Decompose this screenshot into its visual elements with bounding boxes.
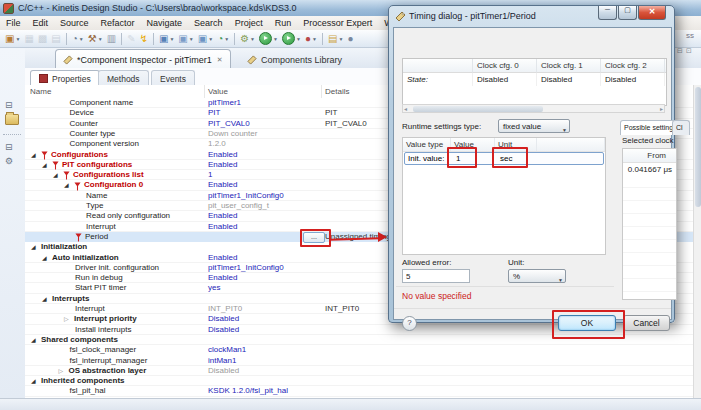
- print-icon[interactable]: ▤: [50, 32, 61, 46]
- property-value[interactable]: INT_PIT0: [208, 304, 242, 314]
- property-value[interactable]: PIT: [208, 108, 220, 118]
- collapse-arrow-icon[interactable]: ◢: [64, 180, 69, 190]
- debug-config-icon[interactable]: ⚙▼: [239, 32, 256, 46]
- new-class-icon[interactable]: ▣▼: [197, 32, 214, 46]
- dropdown-caret-icon[interactable]: ▼: [189, 36, 194, 42]
- help-button[interactable]: ?: [402, 316, 417, 331]
- property-value[interactable]: Enabled: [208, 180, 237, 190]
- subtab-methods[interactable]: Methods: [98, 70, 149, 86]
- close-icon[interactable]: ✕: [217, 56, 223, 64]
- property-value[interactable]: intMan1: [208, 356, 236, 366]
- column-header-value[interactable]: Value: [208, 87, 228, 96]
- skip-breakpoints-icon[interactable]: ◔▼: [71, 32, 85, 46]
- profile-icon[interactable]: ▼: [281, 32, 302, 46]
- minimize-view-icon[interactable]: ⊟: [5, 142, 13, 152]
- collapse-arrow-icon[interactable]: ◢: [42, 160, 47, 170]
- cancel-button[interactable]: Cancel: [623, 315, 670, 331]
- tab-clock-clipped[interactable]: Cl: [672, 120, 690, 135]
- dropdown-caret-icon[interactable]: ▼: [312, 36, 317, 42]
- menu-processor-expert[interactable]: Processor Expert: [297, 16, 378, 30]
- pencil-icon[interactable]: ✎: [126, 32, 136, 46]
- property-value[interactable]: KSDK 1.2.0/fsl_pit_hal: [208, 386, 288, 396]
- collapse-arrow-icon[interactable]: ◢: [42, 294, 47, 304]
- property-value[interactable]: pitTimer1_InitConfig0: [208, 191, 284, 201]
- menu-source[interactable]: Source: [54, 16, 95, 30]
- property-row-fsl-pit-hal[interactable]: fsl_pit_halKSDK 1.2.0/fsl_pit_hal: [25, 386, 693, 396]
- dropdown-caret-icon[interactable]: ▼: [208, 36, 213, 42]
- unit-dropdown[interactable]: % ▼: [508, 269, 566, 283]
- collapse-arrow-icon[interactable]: ◢: [31, 335, 36, 345]
- property-value[interactable]: Enabled: [208, 222, 237, 232]
- dropdown-caret-icon[interactable]: ▼: [338, 36, 343, 42]
- menu-file[interactable]: File: [0, 16, 27, 30]
- collapse-arrow-icon[interactable]: ◢: [31, 242, 36, 252]
- expand-arrow-icon[interactable]: ▷: [59, 366, 64, 376]
- property-value[interactable]: PIT_CVAL0: [208, 119, 250, 129]
- property-value[interactable]: Enabled: [208, 150, 237, 160]
- subtab-events[interactable]: Events: [151, 70, 195, 86]
- property-value[interactable]: Disabled: [208, 325, 239, 335]
- clean-icon[interactable]: ▥: [106, 32, 117, 46]
- dropdown-caret-icon[interactable]: ▼: [224, 36, 229, 42]
- coverage-icon[interactable]: ●▼: [304, 32, 318, 46]
- property-value[interactable]: pit_user_config_t: [208, 201, 269, 211]
- dropdown-caret-icon[interactable]: ▼: [296, 36, 301, 42]
- property-value[interactable]: Enabled: [208, 160, 237, 170]
- lightning-icon[interactable]: ↯: [139, 32, 149, 46]
- search-icon[interactable]: ●: [346, 32, 354, 46]
- wrench-view-icon[interactable]: ⚙: [5, 156, 13, 166]
- collapse-arrow-icon[interactable]: ◢: [31, 376, 36, 386]
- runtime-settings-dropdown[interactable]: fixed value ▼: [498, 119, 570, 133]
- property-value[interactable]: Down counter: [208, 129, 257, 139]
- new-source-icon[interactable]: ▣▼: [158, 32, 175, 46]
- menu-search[interactable]: Search: [188, 16, 229, 30]
- allowed-error-input[interactable]: [402, 269, 470, 283]
- menu-run[interactable]: Run: [269, 16, 298, 30]
- save-icon[interactable]: ▦: [23, 32, 34, 46]
- new-wizard-icon[interactable]: ▣▼: [4, 32, 21, 46]
- menu-refactor[interactable]: Refactor: [95, 16, 141, 30]
- menu-edit[interactable]: Edit: [27, 16, 55, 30]
- minimize-button[interactable]: ─: [598, 6, 617, 20]
- refresh-icon[interactable]: ◔▼: [216, 32, 230, 46]
- expand-arrow-icon[interactable]: ▷: [64, 314, 69, 324]
- collapse-arrow-icon[interactable]: ◢: [31, 150, 36, 160]
- property-value[interactable]: yes: [208, 283, 220, 293]
- scroll-right-icon[interactable]: ▸: [660, 105, 663, 112]
- dropdown-caret-icon[interactable]: ▼: [79, 36, 84, 42]
- property-value[interactable]: 1: [208, 170, 212, 180]
- property-value[interactable]: Enabled: [208, 211, 237, 221]
- hscroll-thumb[interactable]: [413, 106, 543, 112]
- menu-navigate[interactable]: Navigate: [141, 16, 189, 30]
- scrollbar-thumb[interactable]: [695, 87, 701, 207]
- restore-view-icon[interactable]: ⊡: [686, 47, 692, 55]
- clock-config-state-row[interactable]: State:DisabledDisabledDisabledDisabled: [403, 73, 666, 87]
- open-element-icon[interactable]: ▤▼: [327, 32, 344, 46]
- property-value[interactable]: clockMan1: [208, 345, 246, 355]
- column-header-details[interactable]: Details: [325, 87, 349, 96]
- dropdown-caret-icon[interactable]: ▼: [98, 36, 103, 42]
- clock-table-hscrollbar[interactable]: ◂ ▸: [402, 104, 665, 113]
- dropdown-caret-icon[interactable]: ▼: [250, 36, 255, 42]
- property-row-fsl-interrupt-manager[interactable]: fsl_interrupt_managerintMan1: [25, 356, 693, 366]
- build-icon[interactable]: ⚒▼: [87, 32, 104, 46]
- restore-view-icon[interactable]: ⊟: [5, 100, 13, 110]
- save-all-icon[interactable]: ▩: [37, 32, 48, 46]
- property-row-inherited-components[interactable]: ◢Inherited components: [25, 376, 693, 386]
- property-value[interactable]: 1.2.0: [208, 139, 226, 149]
- palette-folder-icon[interactable]: [5, 114, 19, 125]
- property-row-fsl-clock-manager[interactable]: fsl_clock_managerclockMan1: [25, 345, 693, 355]
- run-icon[interactable]: ▼: [258, 32, 279, 46]
- collapse-arrow-icon[interactable]: ◢: [53, 170, 58, 180]
- collapse-arrow-icon[interactable]: ◢: [42, 253, 47, 263]
- property-value[interactable]: Disabled: [208, 366, 239, 376]
- dropdown-caret-icon[interactable]: ▼: [15, 36, 20, 42]
- property-value[interactable]: Enabled: [208, 273, 237, 283]
- property-value[interactable]: pitTimer1_InitConfig0: [208, 263, 284, 273]
- property-row-os-abstraction-layer[interactable]: ▷OS abstraction layerDisabled: [25, 366, 693, 376]
- scroll-left-icon[interactable]: ◂: [404, 105, 407, 112]
- column-header-name[interactable]: Name: [30, 87, 51, 96]
- property-value[interactable]: Disabled: [208, 314, 239, 324]
- dropdown-caret-icon[interactable]: ▼: [273, 36, 278, 42]
- property-value[interactable]: pitTimer1: [208, 98, 241, 108]
